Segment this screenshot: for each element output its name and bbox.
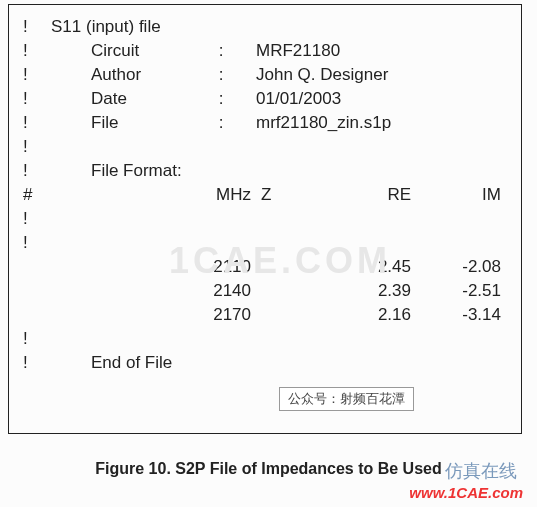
- title-text: S11 (input) file: [51, 15, 161, 39]
- cell-mhz: 2140: [51, 279, 261, 303]
- line-date: ! Date : 01/01/2003: [9, 87, 521, 111]
- comment-marker: !: [9, 39, 51, 63]
- cell-im: -2.08: [421, 255, 501, 279]
- author-value: John Q. Designer: [256, 63, 521, 87]
- line-author: ! Author : John Q. Designer: [9, 63, 521, 87]
- circuit-value: MRF21180: [256, 39, 521, 63]
- line-column-headers: # MHz Z RE IM: [9, 183, 521, 207]
- cell-mhz: 2170: [51, 303, 261, 327]
- colon: :: [211, 39, 231, 63]
- watermark-blue: 仿真在线: [445, 459, 517, 483]
- cell-mhz: 2110: [51, 255, 261, 279]
- watermark-red: www.1CAE.com: [409, 484, 523, 501]
- date-value: 01/01/2003: [256, 87, 521, 111]
- comment-marker: !: [9, 351, 51, 375]
- end-of-file-text: End of File: [91, 351, 172, 375]
- comment-marker: !: [9, 231, 51, 255]
- comment-marker: !: [9, 135, 51, 159]
- line-blank: !: [9, 231, 521, 255]
- circuit-label: Circuit: [91, 39, 211, 63]
- file-label: File: [91, 111, 211, 135]
- comment-marker: !: [9, 327, 51, 351]
- line-eof: ! End of File: [9, 351, 521, 375]
- col-mhz: MHz: [51, 183, 261, 207]
- table-row: 2110 2.45 -2.08: [9, 255, 521, 279]
- line-file: ! File : mrf21180_zin.s1p: [9, 111, 521, 135]
- col-im: IM: [421, 183, 501, 207]
- comment-marker: !: [9, 87, 51, 111]
- author-label: Author: [91, 63, 211, 87]
- table-row: 2170 2.16 -3.14: [9, 303, 521, 327]
- hash-marker: #: [9, 183, 51, 207]
- file-listing-frame: 1CAE.COM ! S11 (input) file ! Circuit : …: [8, 4, 522, 434]
- colon: :: [211, 87, 231, 111]
- date-label: Date: [91, 87, 211, 111]
- line-circuit: ! Circuit : MRF21180: [9, 39, 521, 63]
- col-z: Z: [261, 183, 311, 207]
- cell-re: 2.39: [311, 279, 421, 303]
- cell-re: 2.45: [311, 255, 421, 279]
- file-value: mrf21180_zin.s1p: [256, 111, 521, 135]
- cell-re: 2.16: [311, 303, 421, 327]
- comment-marker: !: [9, 111, 51, 135]
- cell-im: -2.51: [421, 279, 501, 303]
- colon: :: [211, 63, 231, 87]
- watermark-box: 公众号：射频百花潭: [279, 387, 414, 411]
- comment-marker: !: [9, 63, 51, 87]
- line-blank: !: [9, 207, 521, 231]
- comment-marker: !: [9, 207, 51, 231]
- table-row: 2140 2.39 -2.51: [9, 279, 521, 303]
- col-re: RE: [311, 183, 421, 207]
- line-format: ! File Format:: [9, 159, 521, 183]
- line-blank: !: [9, 327, 521, 351]
- file-format-label: File Format:: [91, 159, 182, 183]
- colon: :: [211, 111, 231, 135]
- cell-im: -3.14: [421, 303, 501, 327]
- line-title: ! S11 (input) file: [9, 15, 521, 39]
- comment-marker: !: [9, 15, 51, 39]
- line-blank: !: [9, 135, 521, 159]
- comment-marker: !: [9, 159, 51, 183]
